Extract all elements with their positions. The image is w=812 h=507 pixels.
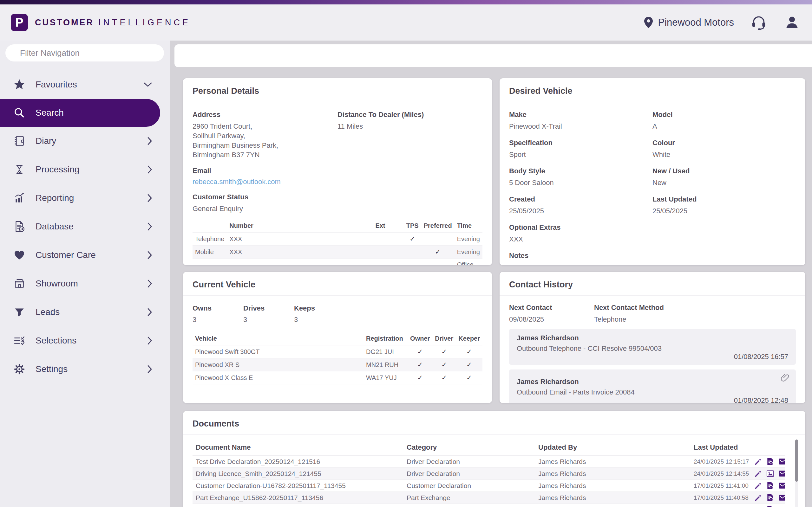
chevron-down-icon (143, 82, 153, 88)
pencil-icon[interactable] (754, 457, 763, 466)
sidebar-item-processing[interactable]: Processing (0, 155, 170, 184)
sidebar-item-selections[interactable]: Selections (0, 326, 170, 355)
created-field: Created 25/05/2025 (509, 195, 653, 216)
vehicle-row: Pinewood XR S MN21 RUH ✓ ✓ ✓ (193, 358, 483, 372)
sidebar-item-label: Processing (36, 164, 147, 175)
envelope-icon[interactable] (778, 493, 785, 502)
pencil-icon[interactable] (754, 493, 763, 502)
sidebar-item-customer-care[interactable]: Customer Care (0, 241, 170, 269)
documents-table: Document Name Category Updated By Last U… (193, 440, 785, 507)
last-updated-timestamp: 24/01/2025 12:15:17 (691, 456, 751, 468)
chevron-right-icon (147, 250, 153, 260)
document-row[interactable]: Customer Declaration-U16782-202501117_11… (193, 480, 785, 492)
email-link[interactable]: rebecca.smith@outlook.com (193, 178, 281, 186)
support-headset-button[interactable] (751, 15, 767, 30)
last-updated-timestamp: 24/01/2025 12:14:55 (691, 468, 751, 480)
tps-checkmark (404, 259, 421, 266)
column-header: Last Updated (691, 440, 751, 456)
contact-history-card: Contact History Next Contact 09/08/2025 … (500, 272, 805, 403)
pencil-icon[interactable] (754, 481, 763, 490)
email-field: Email rebecca.smith@outlook.com (193, 167, 483, 186)
person-icon (785, 15, 799, 30)
owner-checkmark: ✓ (408, 345, 432, 358)
sidebar-item-leads[interactable]: Leads (0, 298, 170, 326)
chevron-right-icon (147, 364, 153, 374)
filter-navigation-input[interactable] (5, 44, 164, 61)
document-search-icon[interactable] (766, 493, 774, 502)
funnel-icon (13, 306, 26, 319)
sidebar-item-diary[interactable]: Diary (0, 127, 170, 155)
current-vehicle-card: Current Vehicle Owns 3 Drives 3 Keeps 3 (183, 272, 492, 403)
contact-history-entry[interactable]: James Richardson Outbound Email - Parts … (509, 370, 796, 403)
column-header: Time (455, 219, 483, 233)
document-row[interactable]: Test Drive Declaration_20250124_121516 D… (193, 456, 785, 468)
vehicle-row: Pinewood Swift 300GT DG21 JUI ✓ ✓ ✓ (193, 345, 483, 358)
colour-field: Colour White (653, 139, 796, 159)
user-profile-button[interactable] (785, 15, 799, 30)
card-title: Personal Details (193, 86, 483, 96)
star-icon (13, 78, 26, 91)
sidebar-nav: Favourites Search (0, 70, 170, 383)
sidebar-item-label: Settings (36, 364, 147, 374)
chevron-right-icon (147, 279, 153, 288)
entry-timestamp: 01/08/2025 12:48 (517, 396, 788, 403)
documents-card: Documents Document Name Category Updated… (183, 411, 805, 507)
column-header: Owner (408, 332, 432, 345)
keeper-checkmark: ✓ (456, 358, 483, 372)
diary-icon (13, 135, 26, 147)
chevron-right-icon (147, 136, 153, 146)
next-contact-field: Next Contact 09/08/2025 (509, 303, 594, 324)
document-search-icon[interactable] (766, 457, 774, 466)
tps-checkmark (404, 245, 421, 259)
driver-checkmark: ✓ (432, 372, 456, 384)
location-pin-icon (644, 17, 653, 28)
card-title: Documents (193, 419, 796, 429)
desired-vehicle-card: Desired Vehicle Make Pinewood X-Trail Mo… (500, 78, 805, 265)
document-row[interactable]: Driving Licence_Smith_20250124_121455 Dr… (193, 468, 785, 480)
document-search-icon[interactable] (766, 505, 774, 507)
body-style-field: Body Style 5 Door Saloon (509, 167, 653, 187)
make-field: Make Pinewood X-Trail (509, 111, 653, 131)
document-row[interactable]: Customer Order-U15678-202501117)113702 C… (193, 504, 785, 507)
document-row[interactable]: Part Exchange_U15862-20250117_113456 Par… (193, 492, 785, 504)
tps-checkmark: ✓ (404, 233, 421, 245)
documents-scrollbar-thumb[interactable] (795, 440, 798, 482)
sidebar-item-search[interactable]: Search (0, 99, 160, 127)
envelope-icon[interactable] (778, 469, 785, 478)
envelope-icon[interactable] (778, 505, 785, 507)
address-line: 2960 Trident Court, (193, 122, 338, 131)
sidebar-item-favourites[interactable]: Favourites (0, 70, 170, 99)
preferred-checkmark (421, 259, 455, 266)
column-header: Document Name (193, 440, 403, 456)
image-icon[interactable] (766, 469, 774, 478)
chevron-right-icon (147, 193, 153, 203)
dealer-selector[interactable]: Pinewood Motors (644, 17, 734, 28)
sidebar-item-label: Selections (36, 336, 147, 346)
column-header: Updated By (535, 440, 691, 456)
headset-icon (751, 15, 767, 30)
app-logo[interactable]: P (11, 14, 28, 31)
owner-checkmark: ✓ (408, 372, 432, 384)
pencil-icon[interactable] (754, 505, 763, 507)
customer-status-field: Customer Status General Enquiry (193, 193, 483, 214)
sidebar-item-showroom[interactable]: Showroom (0, 269, 170, 298)
pencil-icon[interactable] (754, 469, 763, 478)
document-search-icon[interactable] (766, 481, 774, 490)
entry-timestamp: 01/08/2025 16:57 (517, 353, 788, 361)
last-updated-timestamp: 17/01/2025 11:41:00 (691, 480, 751, 492)
envelope-icon[interactable] (778, 457, 785, 466)
ownership-summary: Owns 3 Drives 3 Keeps 3 (193, 304, 483, 324)
app-header: P CUSTOMER INTELLIGENCE Pinewood Motors (0, 4, 812, 41)
drives-summary: Drives 3 (243, 304, 294, 324)
contact-history-entry[interactable]: James Richardson Outbound Telephone - CC… (509, 329, 796, 365)
sidebar-item-label: Leads (36, 307, 147, 317)
address-field: Address 2960 Trident Court, Solihull Par… (193, 111, 338, 160)
column-header: Registration (363, 332, 408, 345)
sidebar-item-settings[interactable]: Settings (0, 355, 170, 383)
sidebar-item-label: Database (36, 222, 147, 232)
sidebar-item-database[interactable]: Database (0, 212, 170, 241)
sidebar-item-reporting[interactable]: Reporting (0, 184, 170, 212)
envelope-icon[interactable] (778, 481, 785, 490)
sidebar-item-label: Search (36, 108, 160, 118)
model-field: Model A (653, 111, 796, 131)
